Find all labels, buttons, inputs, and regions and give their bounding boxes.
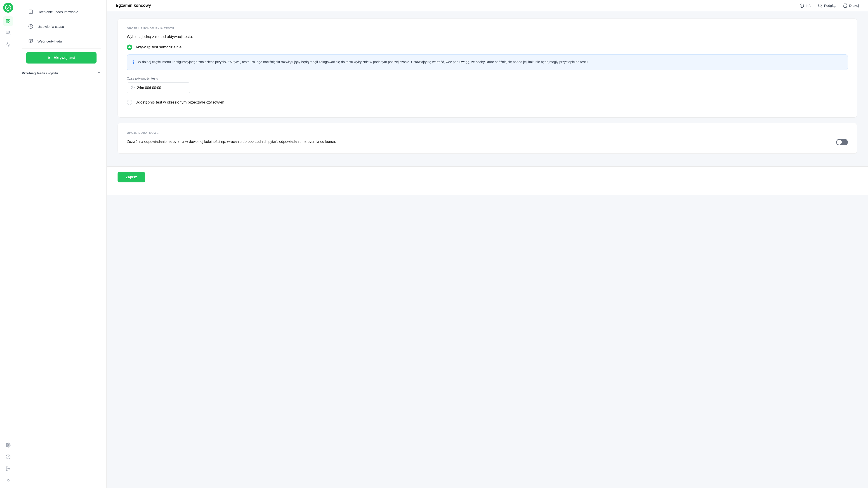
info-circle-icon: ℹ (132, 60, 134, 65)
users-icon[interactable] (3, 28, 13, 38)
expand-icon[interactable] (3, 475, 13, 485)
info-box: ℹ W dolnej części menu konfiguracyjnego … (127, 55, 848, 70)
run-options-card: OPCJE URUCHOMIENIA TESTU Wybierz jedną z… (118, 19, 857, 118)
menu-item-label: Wzór certyfikatu (37, 39, 62, 43)
content-area: OPCJE URUCHOMIENIA TESTU Wybierz jedną z… (107, 11, 868, 166)
svg-point-5 (6, 31, 8, 33)
menu-item-label: Ustawienia czasu (37, 25, 64, 29)
radio-self-activate[interactable]: Aktywuję test samodzielnie (127, 44, 848, 50)
main-topbar: Egzamin końcowy Info Podgląd (107, 0, 868, 11)
svg-rect-23 (844, 6, 846, 7)
section-collapse-wyniki[interactable]: Przebieg testu i wyniki (16, 67, 106, 79)
svg-point-0 (5, 5, 11, 10)
svg-rect-1 (6, 20, 7, 21)
chevron-down-icon (97, 71, 101, 75)
toggle-any-order[interactable] (836, 139, 848, 145)
additional-options-card: OPCJE DODATKOWE Zezwól na odpowiadanie n… (118, 123, 857, 154)
svg-point-22 (818, 4, 821, 7)
print-button[interactable]: Drukuj (843, 3, 859, 8)
option-row-any-order: Zezwól na odpowiadanie na pytania w dowo… (127, 139, 848, 145)
radio-time-range-label: Udostępnię test w określonym przedziale … (135, 100, 224, 105)
radio-time-range[interactable]: Udostępnię test w określonym przedziale … (127, 100, 848, 105)
svg-rect-3 (6, 22, 7, 23)
logo-icon[interactable] (3, 3, 13, 13)
certificate-icon (27, 37, 34, 45)
toggle-knob (837, 140, 842, 145)
help-icon[interactable] (3, 452, 13, 462)
info-button[interactable]: Info (800, 3, 811, 8)
svg-rect-4 (8, 22, 10, 23)
settings-icon[interactable] (3, 440, 13, 450)
time-input[interactable]: 24m 00d 00:00 (127, 83, 190, 93)
menu-item-label: Ocenianie i podsumowanie (37, 10, 78, 14)
radio-self-activate-label: Aktywuję test samodzielnie (135, 45, 182, 50)
activation-question: Wybierz jedną z metod aktywacji testu: (127, 35, 848, 39)
left-panel: Ocenianie i podsumowanie Ustawienia czas… (16, 0, 107, 488)
info-box-text: W dolnej części menu konfiguracyjnego zn… (138, 59, 589, 65)
narrow-sidebar (0, 0, 16, 488)
time-field-label: Czas aktywności testu (127, 77, 848, 80)
clock-small-icon (131, 86, 135, 90)
chart-icon[interactable] (3, 40, 13, 50)
radio-time-range-circle (127, 100, 132, 105)
page-title: Egzamin końcowy (116, 3, 151, 8)
svg-point-6 (7, 445, 9, 446)
menu-item-wzor-certyfikatu[interactable]: Wzór certyfikatu (22, 34, 101, 49)
document-icon (27, 8, 34, 16)
menu-item-ustawienia-czasu[interactable]: Ustawienia czasu (22, 19, 101, 34)
save-button[interactable]: Zapisz (118, 172, 145, 182)
option-any-order-text: Zezwól na odpowiadanie na pytania w dowo… (127, 139, 831, 145)
preview-button[interactable]: Podgląd (818, 3, 837, 8)
save-row: Zapisz (107, 166, 868, 195)
main-content: Egzamin końcowy Info Podgląd (107, 0, 868, 488)
activate-test-button[interactable]: Aktywuj test (26, 52, 96, 63)
svg-rect-2 (8, 20, 10, 21)
run-section-label: OPCJE URUCHOMIENIA TESTU (127, 27, 848, 30)
logout-icon[interactable] (3, 464, 13, 474)
clock-icon (27, 23, 34, 30)
svg-marker-18 (49, 57, 51, 59)
time-value: 24m 00d 00:00 (137, 86, 161, 90)
menu-item-ocenianie[interactable]: Ocenianie i podsumowanie (22, 4, 101, 19)
topbar-actions: Info Podgląd Drukuj (800, 3, 859, 8)
additional-section-label: OPCJE DODATKOWE (127, 131, 848, 134)
radio-self-activate-circle (127, 44, 132, 50)
grid-icon[interactable] (3, 16, 13, 26)
